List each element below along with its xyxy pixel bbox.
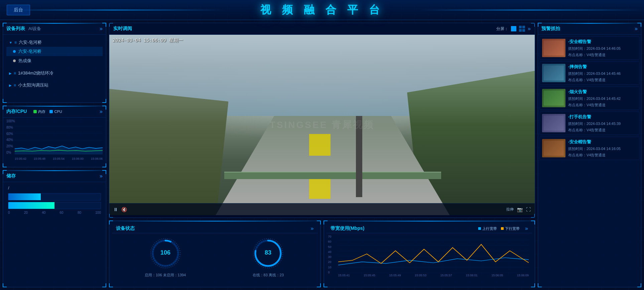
camera-dot-1: [13, 50, 16, 53]
alert-loc-3: 布点名称：V4告警通道: [568, 103, 637, 108]
trees-left: [109, 89, 228, 215]
legend-mem: 内存: [33, 109, 45, 114]
legend-cpu-label: CPU: [54, 110, 62, 114]
device-group-header-3[interactable]: ▶ ≡ 小太阳沟调压站: [6, 81, 103, 90]
thumb-img-1: [544, 40, 564, 55]
device-item-camera1[interactable]: 六安-皂河桥: [6, 47, 103, 56]
alert-loc-4: 布点名称：V4告警通道: [568, 128, 637, 133]
guardrail: [224, 172, 441, 179]
svg-text:106: 106: [160, 249, 170, 256]
storage-bar-wrap: [8, 193, 101, 200]
back-button[interactable]: 后台: [7, 5, 30, 15]
camera-scene: 2024-03-04 15:06:09 星期一 TSINGSEE 青犀视频: [109, 35, 535, 215]
device-status-panel: 设备状态 »: [109, 221, 321, 287]
mem-cpu-panel: 内存/CPU 内存 CPU » 100% 80% 60: [3, 106, 106, 167]
left-panel: 设备列表 AI设备 » ▼ ≡ 六安-皂河桥 六安-皂河桥: [3, 23, 106, 287]
bandwidth-expand[interactable]: »: [525, 226, 528, 232]
alert-time-5: 抓拍时间：2024-03-04 14:16:05: [568, 146, 637, 151]
device-status-expand[interactable]: »: [311, 226, 314, 232]
device-group-header-2[interactable]: ▶ ≡ 1#384m2烧结环冷: [6, 69, 103, 78]
x-axis-labels: 15:05:42 15:05:48 15:05:54 15:06:00 15:0…: [15, 157, 103, 160]
device-list-title: 设备列表: [6, 26, 25, 32]
device-item-thermal[interactable]: 热成像: [6, 56, 103, 65]
pause-btn[interactable]: ⏸: [113, 207, 118, 212]
video-right-controls: 拉伸 📷 ⛶: [506, 207, 531, 212]
right-panel: 预警抓拍 » -安全帽告警 抓拍时间：2024-03-04 14:46:05 布…: [538, 23, 641, 287]
group-arrow-3: ▶: [9, 84, 12, 87]
mem-cpu-chart: 100% 80% 60% 40% 20% 0%: [3, 118, 106, 161]
video-frame: 2024-03-04 15:06:09 星期一 TSINGSEE 青犀视频 ⏸ …: [109, 35, 535, 215]
alert-time-3: 抓拍时间：2024-03-04 14:45:42: [568, 96, 637, 101]
group-list-icon-1: ≡: [14, 40, 17, 45]
group-name-2: 1#384m2烧结环冷: [18, 70, 53, 76]
bandwidth-header: 带宽使用(Mbps) 上行宽带 下行宽带 »: [327, 224, 532, 233]
storage-bar-fill2: [8, 202, 54, 209]
alert-loc-5: 布点名称：V4告警通道: [568, 153, 637, 158]
alert-item-2[interactable]: -摔倒告警 抓拍时间：2024-03-04 14:45:46 布点名称：V4告警…: [540, 61, 639, 85]
alert-type-5: -安全帽告警: [568, 139, 637, 145]
mem-cpu-legend: 内存 CPU: [33, 109, 62, 114]
split-4-cell2: [522, 26, 525, 28]
gauge-container: 106 启用：106 未启用：1394: [112, 233, 318, 281]
split-label: 分屏：: [496, 26, 508, 32]
mute-btn[interactable]: 🔇: [121, 207, 127, 212]
device-status-header: 设备状态 »: [112, 224, 318, 233]
fullscreen-icon[interactable]: ⛶: [526, 207, 531, 212]
svg-text:83: 83: [265, 249, 271, 256]
video-expand-btn[interactable]: »: [528, 26, 531, 32]
alert-loc-2: 布点名称：V4告警通道: [568, 78, 637, 83]
main-container: 设备列表 AI设备 » ▼ ≡ 六安-皂河桥 六安-皂河桥: [0, 20, 644, 290]
gauge-2-label: 在线：83 离线：23: [253, 273, 284, 278]
alert-time-2: 抓拍时间：2024-03-04 14:45:46: [568, 71, 637, 76]
bandwidth-svg: [338, 235, 529, 273]
device-group-2: ▶ ≡ 1#384m2烧结环冷: [3, 67, 106, 79]
alert-item-1[interactable]: -安全帽告警 抓拍时间：2024-03-04 14:46:05 布点名称：V4告…: [540, 36, 639, 60]
alert-thumb-4: [542, 114, 565, 132]
ai-device-label: AI设备: [28, 26, 41, 32]
screenshot-icon[interactable]: 📷: [517, 207, 523, 212]
gauge-2: 83: [251, 237, 285, 270]
stretch-btn[interactable]: 拉伸: [506, 207, 514, 212]
device-panel-header: 设备列表 AI设备 »: [3, 23, 106, 35]
bw-legend-down: 下行宽带: [501, 226, 520, 231]
alert-time-1: 抓拍时间：2024-03-04 14:46:05: [568, 46, 637, 51]
middle-panel: 实时调阅 分屏： »: [109, 23, 535, 287]
mem-cpu-title: 内存/CPU: [6, 109, 27, 115]
alert-item-5[interactable]: -安全帽告警 抓拍时间：2024-03-04 14:16:05 布点名称：V4告…: [540, 137, 639, 160]
split-4-cell1: [519, 26, 522, 28]
storage-x-axis: 0 20 40 60 80 100: [8, 211, 101, 214]
legend-mem-label: 内存: [38, 109, 45, 114]
video-timestamp: 2024-03-04 15:06:09 星期一: [113, 37, 183, 43]
alert-thumb-3: [542, 89, 565, 107]
split-4-btn[interactable]: [519, 26, 525, 32]
bw-dot-up: [478, 227, 481, 230]
alert-loc-1: 布点名称：V4告警通道: [568, 52, 637, 57]
group-arrow-2: ▶: [9, 71, 12, 75]
storage-header: 储存 »: [3, 170, 106, 182]
alert-item-4[interactable]: -打手机告警 抓拍时间：2024-03-04 14:45:39 布点名称：V4告…: [540, 112, 639, 135]
alert-item-3[interactable]: -烟火告警 抓拍时间：2024-03-04 14:45:42 布点名称：V4告警…: [540, 87, 639, 110]
bw-dot-down: [501, 227, 504, 230]
gauge-1: 106: [149, 237, 182, 270]
alert-thumb-5: [542, 139, 565, 157]
legend-cpu: CPU: [49, 110, 62, 114]
device-status-title: 设备状态: [116, 226, 135, 232]
header: 后台 视 频 融 合 平 台: [0, 0, 644, 20]
thermal-name: 热成像: [18, 58, 31, 64]
split-4-cell4: [522, 29, 525, 32]
split-1-btn[interactable]: [511, 26, 516, 31]
thumb-img-4: [544, 116, 564, 131]
y-axis-labels: 100% 80% 60% 40% 20% 0%: [6, 119, 15, 154]
alert-type-2: -摔倒告警: [568, 64, 637, 70]
alert-type-3: -烟火告警: [568, 89, 637, 95]
thumb-img-3: [544, 91, 564, 106]
device-group-3: ▶ ≡ 小太阳沟调压站: [3, 79, 106, 91]
camera-name-1: 六安-皂河桥: [18, 48, 41, 54]
storage-panel: 储存 » / 0 20 40 60 80: [3, 170, 106, 287]
gauge-1-wrap: 106 启用：106 未启用：1394: [145, 237, 186, 278]
video-panel: 实时调阅 分屏： »: [109, 23, 535, 218]
bw-legend: 上行宽带 下行宽带: [478, 226, 520, 231]
device-group-header-1[interactable]: ▼ ≡ 六安-皂河桥: [6, 38, 103, 47]
road-markings: [309, 134, 331, 206]
device-list-panel: 设备列表 AI设备 » ▼ ≡ 六安-皂河桥 六安-皂河桥: [3, 23, 106, 103]
